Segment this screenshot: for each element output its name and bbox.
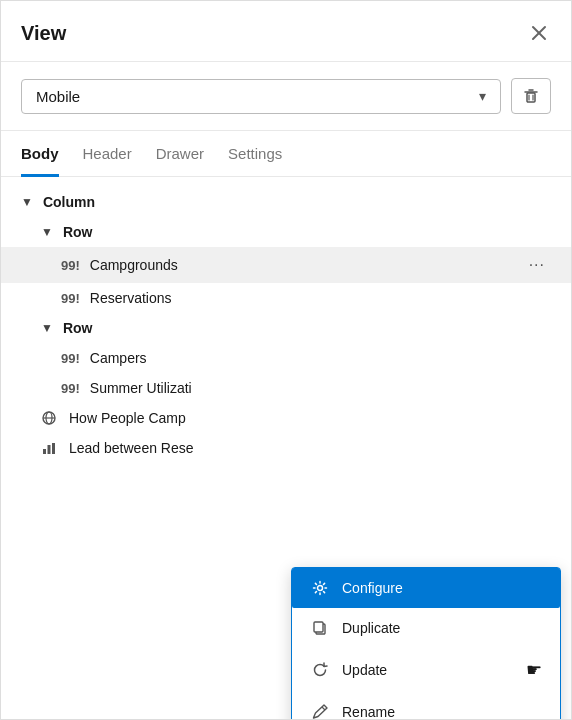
svg-rect-15: [314, 622, 323, 632]
lead-label: Lead between Rese: [69, 440, 551, 456]
more-options-button[interactable]: ···: [523, 254, 551, 276]
globe-icon: [41, 410, 57, 426]
tab-settings[interactable]: Settings: [228, 131, 282, 177]
pencil-icon: [310, 703, 330, 720]
menu-item-configure[interactable]: Configure: [292, 568, 560, 608]
close-button[interactable]: [527, 21, 551, 45]
chevron-icon: ▼: [21, 195, 33, 209]
context-menu: Configure Duplicate Update: [291, 567, 561, 720]
tree-item-campers[interactable]: 99! Campers: [1, 343, 571, 373]
campgrounds-label: Campgrounds: [90, 257, 523, 273]
row2-label: Row: [63, 320, 93, 336]
bar-chart-icon: [41, 440, 57, 456]
reservations-label: Reservations: [90, 290, 551, 306]
panel-title: View: [21, 22, 66, 45]
tab-body[interactable]: Body: [21, 131, 59, 177]
chevron-icon: ▼: [41, 321, 53, 335]
row1-label: Row: [63, 224, 93, 240]
rename-label: Rename: [342, 704, 395, 720]
panel-header: View: [1, 1, 571, 62]
tab-drawer[interactable]: Drawer: [156, 131, 204, 177]
tree-item-row2[interactable]: ▼ Row: [1, 313, 571, 343]
svg-rect-10: [43, 449, 46, 454]
svg-point-13: [318, 586, 323, 591]
how-people-label: How People Camp: [69, 410, 551, 426]
summer-label: Summer Utilizati: [90, 380, 551, 396]
tree-item-column[interactable]: ▼ Column: [1, 187, 571, 217]
gear-icon: [310, 579, 330, 597]
duplicate-label: Duplicate: [342, 620, 400, 636]
menu-item-update[interactable]: Update ☛: [292, 648, 560, 692]
data-icon: 99!: [61, 351, 80, 366]
data-icon: 99!: [61, 258, 80, 273]
tree-item-reservations[interactable]: 99! Reservations: [1, 283, 571, 313]
campers-label: Campers: [90, 350, 551, 366]
data-icon: 99!: [61, 381, 80, 396]
view-select[interactable]: Mobile ▾: [21, 79, 501, 114]
tree-item-row1[interactable]: ▼ Row: [1, 217, 571, 247]
tab-bar: Body Header Drawer Settings: [1, 131, 571, 177]
component-tree: ▼ Column ▼ Row 99! Campgrounds ··· 99! R…: [1, 177, 571, 473]
cursor-icon: ☛: [526, 659, 542, 681]
refresh-icon: [310, 661, 330, 679]
tree-item-summer[interactable]: 99! Summer Utilizati: [1, 373, 571, 403]
dropdown-row: Mobile ▾: [1, 62, 571, 131]
update-label: Update: [342, 662, 387, 678]
menu-item-rename[interactable]: Rename: [292, 692, 560, 720]
svg-rect-2: [527, 93, 535, 102]
column-label: Column: [43, 194, 95, 210]
configure-label: Configure: [342, 580, 403, 596]
view-select-value: Mobile: [36, 88, 80, 105]
menu-item-duplicate[interactable]: Duplicate: [292, 608, 560, 648]
tree-item-how-people[interactable]: How People Camp: [1, 403, 571, 433]
copy-icon: [310, 619, 330, 637]
svg-rect-12: [52, 443, 55, 454]
chevron-down-icon: ▾: [479, 88, 486, 104]
svg-rect-11: [48, 445, 51, 454]
tree-item-lead[interactable]: Lead between Rese: [1, 433, 571, 463]
delete-view-button[interactable]: [511, 78, 551, 114]
tree-item-campgrounds[interactable]: 99! Campgrounds ···: [1, 247, 571, 283]
tab-header[interactable]: Header: [83, 131, 132, 177]
data-icon: 99!: [61, 291, 80, 306]
chevron-icon: ▼: [41, 225, 53, 239]
svg-line-16: [322, 707, 325, 710]
